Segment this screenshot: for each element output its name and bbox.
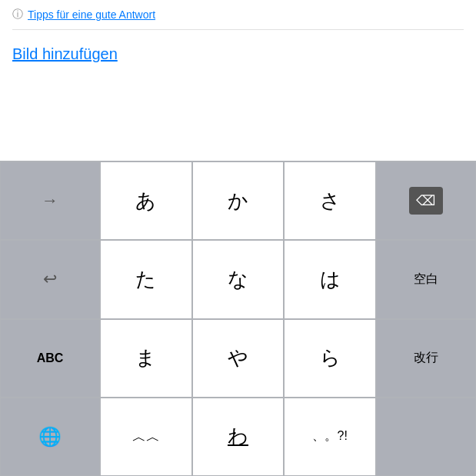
enter-key-top[interactable]: 改行: [376, 319, 476, 398]
key-a[interactable]: あ: [100, 161, 192, 240]
key-ra[interactable]: ら: [284, 319, 376, 398]
key-ha[interactable]: は: [284, 240, 376, 318]
tip-link[interactable]: Tipps für eine gute Antwort: [28, 8, 155, 21]
tip-row: ⓘ Tipps für eine gute Antwort: [12, 8, 464, 30]
key-sa[interactable]: さ: [284, 161, 376, 240]
info-icon: ⓘ: [12, 8, 23, 22]
top-section: ⓘ Tipps für eine gute Antwort Bild hinzu…: [0, 0, 476, 71]
key-ka[interactable]: か: [192, 161, 285, 240]
add-image-link[interactable]: Bild hinzufügen: [12, 45, 118, 62]
key-punctuation[interactable]: 、。?!: [284, 398, 376, 476]
globe-icon: 🌐: [38, 426, 62, 448]
key-ta[interactable]: た: [100, 240, 192, 318]
key-hat[interactable]: ︿︿: [100, 398, 192, 476]
tab-key[interactable]: →: [0, 161, 100, 240]
key-na[interactable]: な: [192, 240, 285, 318]
enter-key-bottom[interactable]: [376, 398, 476, 476]
backspace-key[interactable]: ⌫: [376, 161, 476, 240]
globe-key[interactable]: 🌐: [0, 398, 100, 476]
key-ya[interactable]: や: [192, 319, 285, 398]
backspace-icon: ⌫: [409, 187, 443, 215]
add-image-row: Bild hinzufügen: [12, 30, 464, 71]
tab-arrow-icon: →: [42, 191, 58, 211]
key-ma[interactable]: ま: [100, 319, 192, 398]
keyboard: → あ か さ ⌫ ↩ た な は 空白 ABC ま や ら 改行: [0, 161, 476, 476]
abc-key[interactable]: ABC: [0, 319, 100, 398]
undo-key[interactable]: ↩: [0, 240, 100, 318]
undo-arrow-icon: ↩: [43, 269, 57, 289]
key-wa[interactable]: わ: [192, 398, 285, 476]
space-key[interactable]: 空白: [376, 240, 476, 318]
